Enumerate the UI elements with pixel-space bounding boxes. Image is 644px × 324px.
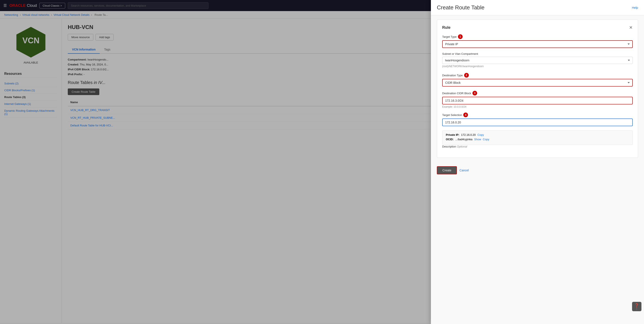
private-ip-label: Private IP:	[446, 133, 460, 136]
private-ip-row: Private IP: 172.16.0.20 Copy	[446, 133, 629, 136]
destination-type-select[interactable]: CIDR Block	[442, 79, 633, 86]
panel-title: Create Route Table	[437, 4, 484, 11]
ocid-row: OCID: ...6ad4cyjmka Show Copy	[446, 138, 629, 141]
subnet-compartment-label: Subnet or Vlan Compartment	[442, 52, 633, 56]
target-type-label: Target Type 1	[442, 34, 633, 39]
panel-help-link[interactable]: Help	[632, 6, 638, 10]
destination-cidr-input[interactable]	[442, 97, 633, 104]
panel-footer: Create Cancel	[431, 162, 644, 179]
target-type-select[interactable]: Private IP	[442, 40, 633, 48]
subnet-compartment-group: Subnet or Vlan Compartment IwanHoogendoo…	[442, 52, 633, 69]
target-type-label-text: Target Type	[442, 35, 457, 38]
target-type-group: Target Type 1 Private IP	[442, 34, 633, 48]
destination-cidr-label: Destination CIDR Block 3	[442, 91, 633, 96]
rule-card-title: Rule	[442, 25, 450, 30]
ocid-value: ...6ad4cyjmka	[456, 138, 472, 141]
destination-type-group: Destination Type 2 CIDR Block	[442, 73, 633, 86]
destination-cidr-hint: Example: 10.0.0.0/24	[442, 105, 633, 108]
ocid-label: OCID:	[446, 138, 454, 141]
private-ip-copy-link[interactable]: Copy	[477, 133, 484, 136]
private-ip-info: Private IP: 172.16.0.20 Copy OCID: ...6a…	[442, 130, 633, 145]
help-widget[interactable]: ❓ ⋮	[632, 302, 642, 311]
destination-cidr-label-text: Destination CIDR Block	[442, 92, 471, 95]
panel-header: Create Route Table Help	[431, 0, 644, 15]
destination-type-label-text: Destination Type	[442, 74, 463, 77]
description-label: Description Optional	[442, 145, 633, 148]
step-3-badge: 3	[472, 91, 477, 96]
ocid-show-link[interactable]: Show	[474, 138, 481, 141]
target-selection-input[interactable]	[442, 118, 633, 126]
target-selection-label: Target Selection 4	[442, 112, 633, 117]
destination-type-label: Destination Type 2	[442, 73, 633, 78]
step-1-badge: 1	[458, 34, 463, 39]
private-ip-value: 172.16.0.20	[461, 133, 476, 136]
subnet-compartment-select[interactable]: IwanHoogendoorn	[442, 57, 633, 64]
compartment-path: (root)/NETWORK/IwanHoogendoorn	[442, 64, 633, 69]
help-widget-icon: ❓	[634, 303, 639, 308]
rule-card: Rule ✕ Target Type 1 Private IP Subnet o…	[437, 20, 638, 158]
help-widget-dots-icon: ⋮	[636, 308, 638, 310]
step-2-badge: 2	[464, 73, 469, 78]
close-rule-button[interactable]: ✕	[629, 25, 633, 30]
target-selection-group: Target Selection 4	[442, 112, 633, 126]
description-optional: Optional	[457, 145, 467, 148]
rule-card-header: Rule ✕	[442, 25, 633, 30]
cancel-button[interactable]: Cancel	[460, 168, 469, 172]
create-button[interactable]: Create	[437, 166, 457, 174]
target-selection-label-text: Target Selection	[442, 114, 462, 116]
step-4-badge: 4	[463, 112, 468, 117]
destination-cidr-group: Destination CIDR Block 3 Example: 10.0.0…	[442, 91, 633, 108]
description-group: Description Optional	[442, 145, 633, 148]
create-route-table-panel: Create Route Table Help Rule ✕ Target Ty…	[431, 0, 644, 324]
ocid-copy-link[interactable]: Copy	[483, 138, 489, 141]
description-label-text: Description	[442, 145, 456, 148]
